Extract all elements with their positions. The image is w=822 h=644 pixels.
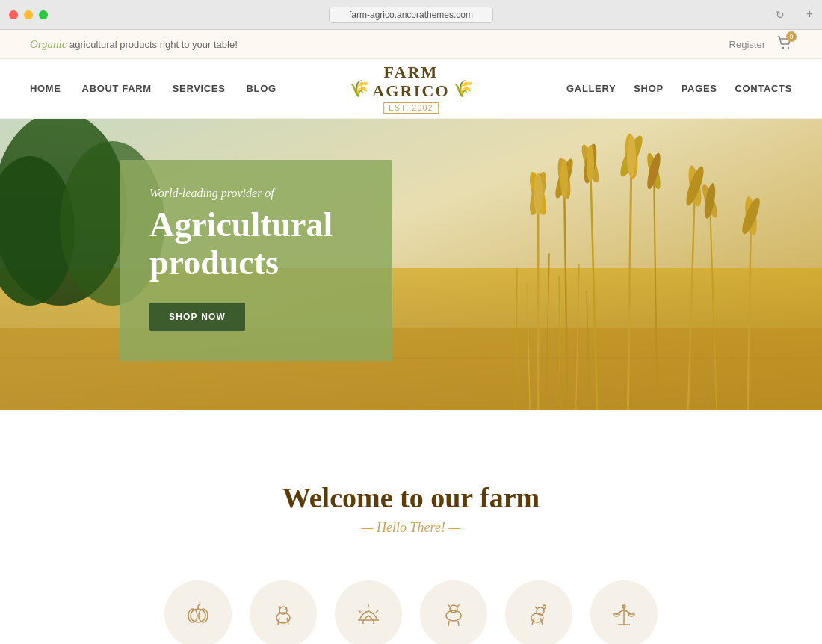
announcement-right: Register 0: [729, 36, 792, 52]
logo-farm-text: FARM: [372, 64, 450, 81]
svg-point-23: [627, 135, 636, 177]
icon-row: [0, 558, 822, 644]
hero-title-line1: Agricultural: [149, 205, 333, 244]
svg-point-1: [788, 47, 789, 49]
icon-item-bird[interactable]: [505, 580, 572, 644]
cart-badge: 0: [786, 31, 797, 42]
organic-label: Organic: [30, 38, 67, 50]
announcement-text: Organic agricultural products right to y…: [30, 38, 238, 51]
nav-item-about-farm[interactable]: ABOUT FARM: [82, 83, 152, 94]
sunrise-icon: [353, 599, 383, 629]
logo-name: FARM AGRICO EST. 2002: [372, 64, 450, 113]
cow-icon: [439, 599, 469, 629]
bird-icon: [524, 599, 554, 629]
browser-close-dot[interactable]: [9, 10, 18, 19]
hero-section: World-leading provider of Agricultural p…: [0, 119, 822, 433]
icon-item-chicken[interactable]: [250, 580, 317, 644]
icon-item-cow[interactable]: [420, 580, 487, 644]
svg-point-19: [587, 145, 594, 182]
svg-point-55: [451, 610, 456, 613]
icon-item-scale[interactable]: [590, 580, 658, 644]
welcome-subtitle: — Hello There! —: [30, 520, 792, 536]
nav-item-gallery[interactable]: GALLERY: [566, 83, 616, 94]
svg-line-60: [616, 610, 624, 614]
welcome-section: Welcome to our farm — Hello There! —: [0, 451, 822, 558]
chicken-icon: [268, 599, 298, 629]
register-link[interactable]: Register: [729, 39, 765, 50]
browser-minimize-dot[interactable]: [24, 10, 33, 19]
nav-right: GALLERY SHOP PAGES CONTACTS: [566, 83, 792, 94]
scale-icon: [609, 599, 639, 629]
hero-content-box: World-leading provider of Agricultural p…: [120, 160, 392, 361]
browser-refresh-button[interactable]: ↻: [776, 8, 785, 21]
browser-url-bar[interactable]: farm-agrico.ancorathemes.com: [329, 7, 493, 23]
logo-est-text: EST. 2002: [383, 102, 439, 114]
hero-shop-now-button[interactable]: SHOP NOW: [149, 303, 245, 331]
browser-chrome: farm-agrico.ancorathemes.com ↻ +: [0, 0, 822, 30]
pumpkin-icon: [183, 599, 213, 629]
welcome-title: Welcome to our farm: [30, 481, 792, 514]
nav-left: HOME ABOUT FARM SERVICES BLOG: [30, 83, 276, 94]
svg-line-50: [359, 610, 361, 613]
wave-divider: [0, 410, 822, 451]
nav-item-home[interactable]: HOME: [30, 83, 61, 94]
nav-item-contacts[interactable]: CONTACTS: [735, 83, 792, 94]
logo-wheat-left-icon: 🌾: [349, 79, 369, 99]
cart-icon-wrap[interactable]: 0: [777, 36, 792, 52]
announcement-bar: Organic agricultural products right to y…: [0, 30, 822, 59]
logo-agrico-text: AGRICO: [372, 82, 450, 100]
svg-point-0: [782, 47, 784, 49]
tagline-text: agricultural products right to your tabl…: [67, 39, 237, 50]
site-logo[interactable]: 🌾 FARM AGRICO EST. 2002 🌾: [349, 64, 473, 113]
svg-point-15: [560, 159, 568, 198]
logo-main: 🌾 FARM AGRICO EST. 2002 🌾: [349, 64, 473, 113]
svg-point-43: [191, 609, 206, 622]
browser-maximize-dot[interactable]: [39, 10, 48, 19]
navbar: HOME ABOUT FARM SERVICES BLOG 🌾 FARM AGR…: [0, 59, 822, 119]
svg-line-61: [624, 610, 631, 614]
hero-subtitle: World-leading provider of: [149, 187, 362, 200]
logo-wheat-right-icon: 🌾: [453, 79, 473, 99]
nav-item-pages[interactable]: PAGES: [682, 83, 717, 94]
svg-line-51: [376, 610, 378, 613]
browser-new-tab-button[interactable]: +: [806, 8, 813, 22]
hero-title-line2: products: [149, 244, 279, 282]
nav-item-services[interactable]: SERVICES: [173, 83, 226, 94]
icon-item-sunrise[interactable]: [335, 580, 402, 644]
nav-item-blog[interactable]: BLOG: [247, 83, 276, 94]
icon-item-pumpkin[interactable]: [164, 580, 232, 644]
hero-title: Agricultural products: [149, 206, 362, 282]
svg-point-11: [534, 173, 543, 214]
nav-item-shop[interactable]: SHOP: [634, 83, 663, 94]
